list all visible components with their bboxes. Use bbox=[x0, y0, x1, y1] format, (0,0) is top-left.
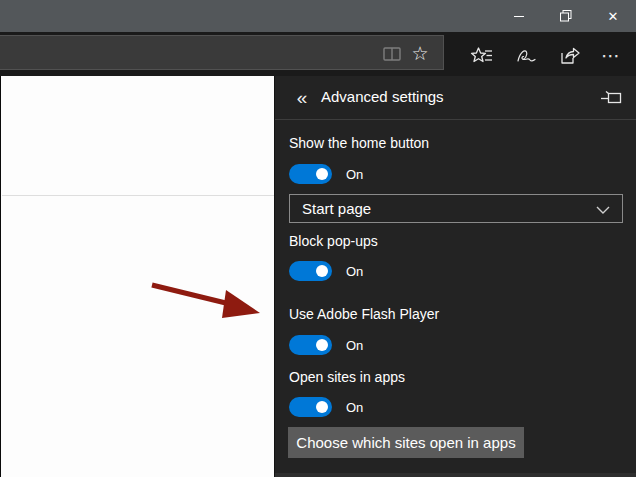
make-web-note-pen-icon[interactable] bbox=[510, 38, 544, 73]
panel-bottom-separator bbox=[275, 473, 636, 477]
page-divider-line bbox=[2, 195, 275, 196]
more-options-ellipsis-icon[interactable]: ⋯ bbox=[594, 38, 628, 73]
back-chevron-icon[interactable]: « bbox=[287, 83, 317, 113]
pin-icon bbox=[601, 91, 623, 105]
block-popups-toggle[interactable] bbox=[289, 261, 332, 281]
panel-title: Advanced settings bbox=[321, 88, 444, 105]
page-background bbox=[0, 76, 274, 477]
toggle-knob bbox=[316, 168, 328, 180]
toggle-knob bbox=[316, 339, 328, 351]
adobe-flash-toggle[interactable] bbox=[289, 335, 332, 355]
reading-view-icon[interactable] bbox=[377, 36, 407, 71]
adobe-flash-label: Use Adobe Flash Player bbox=[289, 306, 439, 322]
toggle-knob bbox=[316, 265, 328, 277]
header-separator bbox=[275, 119, 636, 120]
show-home-button-state: On bbox=[346, 167, 363, 182]
open-sites-in-apps-toggle[interactable] bbox=[289, 397, 332, 417]
show-home-button-label: Show the home button bbox=[289, 135, 429, 151]
content-area: « Advanced settings Show the home button… bbox=[0, 76, 636, 477]
choose-sites-button[interactable]: Choose which sites open in apps bbox=[288, 427, 524, 458]
open-sites-in-apps-label: Open sites in apps bbox=[289, 369, 405, 385]
block-popups-label: Block pop-ups bbox=[289, 233, 378, 249]
restore-icon bbox=[560, 10, 572, 22]
pin-panel-button[interactable] bbox=[596, 84, 628, 112]
close-button[interactable]: ✕ bbox=[590, 0, 636, 32]
minimize-icon bbox=[514, 16, 524, 17]
toggle-knob bbox=[316, 401, 328, 413]
close-icon: ✕ bbox=[608, 10, 619, 23]
open-sites-in-apps-state: On bbox=[346, 400, 363, 415]
chevron-down-icon bbox=[596, 206, 610, 214]
advanced-settings-panel: « Advanced settings Show the home button… bbox=[274, 76, 636, 477]
block-popups-state: On bbox=[346, 264, 363, 279]
edge-browser-window: ✕ ☆ bbox=[0, 0, 636, 477]
favorites-hub-icon[interactable] bbox=[465, 38, 499, 73]
share-icon[interactable] bbox=[553, 38, 587, 73]
minimize-button[interactable] bbox=[496, 0, 542, 32]
home-page-dropdown[interactable]: Start page bbox=[289, 194, 623, 223]
address-bar[interactable]: ☆ bbox=[0, 35, 444, 70]
browser-toolbar: ☆ ⋯ bbox=[0, 32, 636, 76]
add-favorite-star-icon[interactable]: ☆ bbox=[405, 36, 435, 71]
home-page-dropdown-value: Start page bbox=[302, 200, 371, 217]
show-home-button-toggle[interactable] bbox=[289, 164, 332, 184]
titlebar: ✕ bbox=[0, 0, 636, 32]
adobe-flash-state: On bbox=[346, 338, 363, 353]
restore-button[interactable] bbox=[543, 0, 589, 32]
panel-header: « Advanced settings bbox=[275, 76, 636, 119]
